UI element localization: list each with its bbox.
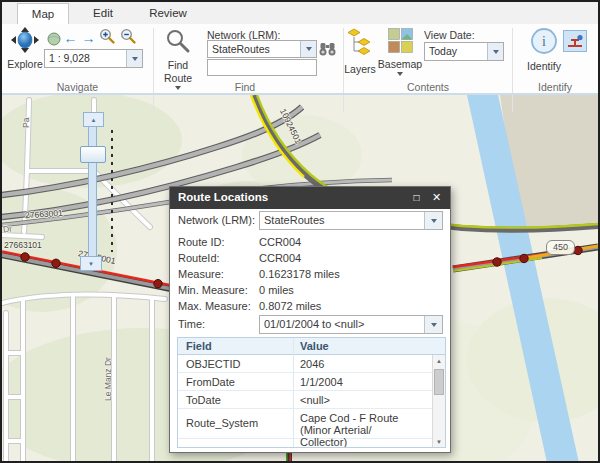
layers-button[interactable]: Layers bbox=[344, 28, 376, 75]
view-date-combo[interactable]: Today bbox=[424, 42, 504, 61]
find-route-dropdown-caret[interactable] bbox=[175, 86, 181, 90]
dlg-field-value: CCR004 bbox=[259, 236, 301, 248]
next-extent-button[interactable]: → bbox=[80, 29, 97, 46]
zoom-in-icon bbox=[99, 28, 116, 45]
app-window: Map Edit Review Explore ← bbox=[0, 0, 600, 463]
svg-text:i: i bbox=[542, 34, 546, 49]
table-row[interactable]: Route_System Cape Cod - F Route (Minor A… bbox=[178, 409, 445, 439]
tab-review[interactable]: Review bbox=[143, 3, 193, 24]
layers-icon bbox=[347, 28, 373, 62]
basemap-icon bbox=[388, 28, 413, 57]
table-row[interactable]: OBJECTID 2046 bbox=[178, 355, 445, 373]
dlg-field-value: 0.1623178 miles bbox=[259, 268, 340, 280]
map-zoom-slider-handle[interactable] bbox=[80, 146, 106, 163]
table-row[interactable]: FromDate 1/1/2004 bbox=[178, 373, 445, 391]
map-zoom-slider-track[interactable] bbox=[88, 113, 97, 269]
table-scrollbar[interactable]: ▲ ▼ bbox=[432, 355, 445, 448]
street-label-le-manz-dr: Le Manz Dr bbox=[103, 357, 113, 401]
zoom-out-icon bbox=[120, 28, 137, 45]
combo-dropdown-button[interactable] bbox=[300, 41, 316, 57]
binoculars-search-button[interactable] bbox=[319, 41, 336, 58]
find-route-button[interactable]: Find Route bbox=[158, 28, 198, 90]
dlg-field-value: 0 miles bbox=[259, 284, 294, 296]
binoculars-icon bbox=[319, 42, 336, 57]
back-arrow-icon: ← bbox=[64, 31, 78, 45]
dialog-title: Route Locations bbox=[178, 191, 268, 203]
scroll-down-icon[interactable]: ▼ bbox=[433, 436, 445, 448]
dialog-title-bar[interactable]: Route Locations □ ✕ bbox=[170, 187, 450, 209]
attribute-table: Field Value OBJECTID 2046 FromDate 1/1/2… bbox=[177, 337, 446, 448]
zoom-out-button[interactable] bbox=[120, 28, 137, 45]
zoom-in-button[interactable] bbox=[99, 28, 116, 45]
dlg-field-label: Measure: bbox=[178, 268, 224, 280]
col-header-field: Field bbox=[186, 340, 212, 352]
tab-edit[interactable]: Edit bbox=[80, 3, 126, 24]
dlg-network-combo[interactable]: StateRoutes bbox=[259, 211, 443, 230]
attribute-table-header: Field Value bbox=[178, 338, 445, 355]
scroll-up-icon[interactable]: ▲ bbox=[433, 355, 445, 367]
route-locations-dialog: Route Locations □ ✕ Network (LRM): State… bbox=[169, 186, 451, 453]
route-shield-450: 450 bbox=[546, 240, 575, 255]
identify-route-tool-icon bbox=[567, 34, 583, 49]
slider-tick-marks bbox=[111, 130, 113, 252]
identify-route-locations-tool-button[interactable] bbox=[563, 30, 587, 52]
explore-icon bbox=[11, 27, 39, 57]
slider-zoom-in-button[interactable]: ▲ bbox=[83, 112, 104, 127]
scrollbar-thumb[interactable] bbox=[434, 369, 444, 395]
group-label-find: Find bbox=[200, 81, 290, 93]
identify-button[interactable]: i Identify bbox=[524, 27, 564, 72]
street-label-dr: Dr bbox=[2, 223, 12, 234]
dlg-time-label: Time: bbox=[178, 318, 205, 330]
ribbon-tab-bar: Map Edit Review bbox=[0, 0, 600, 25]
dlg-field-label: RouteId: bbox=[178, 252, 220, 264]
dlg-time-combo[interactable]: 01/01/2004 to <null> bbox=[259, 315, 443, 334]
col-header-value: Value bbox=[300, 340, 329, 352]
dlg-field-value: CCR004 bbox=[259, 252, 301, 264]
route-input-field[interactable] bbox=[207, 59, 317, 76]
view-date-label: View Date: bbox=[424, 29, 475, 41]
table-row[interactable]: ToDate <null> bbox=[178, 391, 445, 409]
slider-zoom-out-button[interactable]: ▼ bbox=[80, 256, 102, 271]
dlg-field-label: Max. Measure: bbox=[178, 300, 251, 312]
street-label-pa: Pa bbox=[21, 118, 31, 128]
full-extent-globe-button[interactable] bbox=[45, 30, 62, 47]
combo-dropdown-button[interactable] bbox=[487, 43, 503, 60]
group-label-contents: Contents bbox=[383, 81, 473, 93]
close-icon[interactable]: ✕ bbox=[429, 190, 444, 205]
tab-map[interactable]: Map bbox=[17, 3, 69, 25]
group-label-navigate: Navigate bbox=[30, 81, 125, 93]
dlg-field-label: Route ID: bbox=[178, 236, 224, 248]
forward-arrow-icon: → bbox=[82, 31, 96, 45]
dlg-field-value: 0.8072 miles bbox=[259, 300, 321, 312]
find-route-magnifier-icon bbox=[165, 28, 191, 58]
basemap-dropdown-caret[interactable] bbox=[397, 72, 403, 76]
combo-dropdown-button[interactable] bbox=[424, 316, 442, 333]
previous-extent-button[interactable]: ← bbox=[62, 29, 79, 46]
combo-dropdown-button[interactable] bbox=[126, 50, 142, 67]
combo-dropdown-button[interactable] bbox=[424, 212, 442, 229]
group-label-identify: Identify bbox=[512, 81, 598, 93]
dlg-network-label: Network (LRM): bbox=[178, 214, 255, 226]
dlg-field-label: Min. Measure: bbox=[178, 284, 248, 296]
identify-icon: i bbox=[530, 27, 558, 59]
route-label: 27663101 bbox=[4, 240, 42, 250]
ribbon: Explore ← → 1 : 9,028 bbox=[0, 24, 600, 93]
map-scale-combo[interactable]: 1 : 9,028 bbox=[44, 49, 143, 68]
maximize-icon[interactable]: □ bbox=[409, 190, 424, 205]
explore-button[interactable]: Explore bbox=[5, 27, 45, 70]
network-lrm-combo[interactable]: StateRoutes bbox=[207, 40, 317, 58]
basemap-button[interactable]: Basemap bbox=[381, 28, 419, 76]
